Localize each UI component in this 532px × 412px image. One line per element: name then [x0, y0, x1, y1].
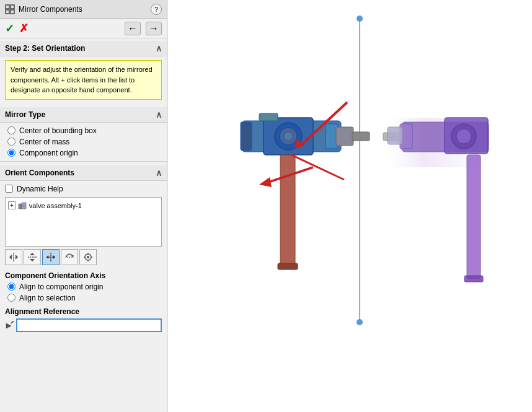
svg-rect-32 — [241, 122, 252, 151]
help-icon[interactable]: ? — [151, 4, 162, 15]
svg-rect-42 — [278, 263, 298, 270]
orient-components-label: Orient Components — [5, 169, 74, 177]
left-panel: Mirror Components ? ✓ ✗ ← → Step 2: Set … — [0, 0, 167, 412]
radio-align-origin[interactable]: Align to component origin — [7, 283, 162, 291]
radio-bounding-box-label: Center of bounding box — [19, 126, 97, 135]
radio-align-origin-label: Align to component origin — [19, 283, 103, 291]
assembly-canvas — [167, 0, 532, 412]
radio-component-origin[interactable]: Component origin — [7, 149, 162, 157]
svg-marker-12 — [30, 259, 35, 261]
alignment-ref-title: Alignment Reference — [5, 307, 162, 316]
svg-marker-9 — [16, 255, 18, 260]
radio-component-origin-label: Component origin — [19, 149, 78, 157]
info-box: Verify and adjust the orientation of the… — [5, 60, 162, 100]
svg-marker-11 — [30, 253, 35, 255]
main-area — [167, 0, 532, 412]
orient-buttons-row — [5, 249, 162, 265]
svg-line-26 — [11, 321, 14, 323]
svg-rect-3 — [11, 10, 14, 14]
panel-title: Mirror Components — [19, 5, 82, 14]
orient-btn-1[interactable] — [5, 249, 22, 265]
orient-btn-3[interactable] — [42, 249, 60, 265]
radio-align-selection-input[interactable] — [7, 294, 16, 302]
radio-align-selection[interactable]: Align to selection — [7, 294, 162, 302]
radio-center-mass-input[interactable] — [7, 138, 16, 146]
radio-center-mass-label: Center of mass — [19, 138, 69, 146]
back-button[interactable]: ← — [125, 22, 141, 35]
mirror-type-label: Mirror Type — [5, 110, 45, 119]
toolbar-row: ✓ ✗ ← → — [0, 19, 167, 38]
orient-components-section: Orient Components ∧ Dynamic Help + valve… — [0, 161, 167, 269]
dynamic-help-checkbox[interactable] — [5, 185, 13, 193]
orientation-axis-title: Component Orientation Axis — [5, 271, 162, 280]
step2-collapse-icon[interactable]: ∧ — [156, 43, 162, 53]
svg-rect-35 — [352, 132, 370, 141]
svg-rect-43 — [467, 155, 481, 279]
dynamic-help-row: Dynamic Help — [5, 185, 162, 193]
orientation-axis-options: Align to component origin Align to selec… — [5, 283, 162, 302]
orient-btn-5[interactable] — [79, 249, 97, 265]
mirror-type-options: Center of bounding box Center of mass Co… — [5, 126, 162, 157]
mirror-components-icon — [5, 4, 15, 14]
svg-marker-16 — [53, 255, 55, 259]
svg-point-20 — [87, 256, 89, 258]
panel-header: Mirror Components ? — [0, 0, 167, 19]
svg-rect-34 — [336, 127, 353, 146]
alignment-ref-section: Alignment Reference — [0, 305, 167, 335]
radio-align-origin-input[interactable] — [7, 283, 16, 291]
svg-rect-52 — [378, 118, 490, 167]
pointer-icon — [5, 321, 14, 330]
radio-bounding-box-input[interactable] — [7, 126, 16, 134]
radio-bounding-box[interactable]: Center of bounding box — [7, 126, 162, 135]
svg-marker-25 — [6, 323, 11, 328]
assembly-icon — [18, 201, 27, 210]
mirror-type-header: Mirror Type ∧ — [0, 107, 167, 123]
cancel-button[interactable]: ✗ — [19, 22, 29, 35]
ok-button[interactable]: ✓ — [5, 22, 14, 35]
svg-rect-0 — [6, 5, 9, 9]
svg-rect-41 — [280, 155, 295, 266]
svg-rect-44 — [464, 276, 483, 282]
orientation-axis-section: Component Orientation Axis Align to comp… — [0, 269, 167, 305]
component-list[interactable]: + valve assembly-1 — [5, 197, 162, 247]
orient-btn-2[interactable] — [24, 249, 41, 265]
svg-point-30 — [357, 319, 363, 325]
step2-label: Step 2: Set Orientation — [5, 44, 85, 53]
orient-components-collapse-icon[interactable]: ∧ — [156, 168, 162, 178]
alignment-ref-input[interactable] — [16, 318, 162, 332]
dynamic-help-label: Dynamic Help — [17, 185, 63, 193]
expand-icon[interactable]: + — [8, 201, 16, 209]
svg-rect-1 — [11, 5, 14, 9]
svg-point-39 — [284, 132, 293, 141]
svg-marker-15 — [47, 255, 48, 259]
mirror-type-section: Mirror Type ∧ Center of bounding box Cen… — [0, 103, 167, 161]
svg-rect-2 — [6, 10, 9, 14]
radio-align-selection-label: Align to selection — [19, 294, 76, 302]
svg-rect-40 — [259, 113, 278, 121]
panel-header-left: Mirror Components — [5, 4, 82, 14]
info-text: Verify and adjust the orientation of the… — [11, 66, 153, 94]
step2-header: Step 2: Set Orientation ∧ — [0, 41, 167, 56]
svg-rect-4 — [19, 204, 22, 209]
forward-button[interactable]: → — [146, 22, 162, 35]
svg-marker-8 — [9, 255, 12, 260]
radio-center-mass[interactable]: Center of mass — [7, 138, 162, 146]
component-item: + valve assembly-1 — [8, 200, 159, 211]
mirror-type-collapse-icon[interactable]: ∧ — [156, 110, 162, 120]
component-name: valve assembly-1 — [29, 202, 82, 209]
ref-input-row — [5, 318, 162, 332]
radio-component-origin-input[interactable] — [7, 149, 16, 157]
assembly-svg — [167, 0, 532, 412]
orient-components-header: Orient Components ∧ — [0, 165, 167, 181]
orient-btn-4[interactable] — [61, 249, 78, 265]
svg-point-29 — [357, 15, 363, 22]
